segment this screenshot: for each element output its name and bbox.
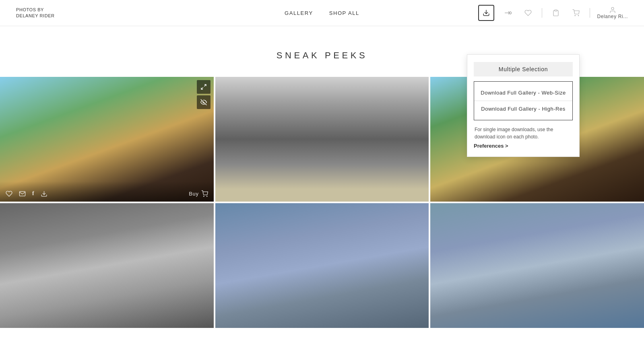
nav-gallery[interactable]: GALLERY xyxy=(285,10,313,16)
logo-line2: DELANEY RIDER xyxy=(16,13,55,18)
svg-rect-1 xyxy=(555,10,557,11)
svg-point-10 xyxy=(206,196,207,196)
svg-point-4 xyxy=(611,7,614,10)
mail-icon-1 xyxy=(19,190,26,197)
download-dropdown: Multiple Selection Download Full Gallery… xyxy=(467,54,580,157)
svg-point-2 xyxy=(575,15,576,16)
download-photo-icon-1[interactable] xyxy=(41,190,47,198)
heart-button[interactable] xyxy=(522,6,535,19)
share-button[interactable] xyxy=(502,6,514,19)
nav-shop-all[interactable]: SHOP ALL xyxy=(329,10,359,16)
download-web-button[interactable]: Download Full Gallery - Web-Size xyxy=(474,85,572,101)
clipboard-icon xyxy=(552,9,559,16)
download-icon xyxy=(483,9,490,16)
email-icon-1[interactable] xyxy=(19,190,26,198)
logo-line1: PHOTOS BY xyxy=(16,7,44,12)
user-area[interactable]: Delaney Ri... xyxy=(597,6,628,19)
main-nav: GALLERY SHOP ALL xyxy=(285,10,359,16)
photo-cell-6[interactable] xyxy=(430,203,644,328)
like-icon-1[interactable] xyxy=(6,190,12,198)
expand-icon xyxy=(200,84,207,90)
photo-bottom-bar-1: f Buy xyxy=(0,181,214,202)
photo-cell-4[interactable] xyxy=(0,203,214,328)
facebook-icon-1[interactable]: f xyxy=(32,190,34,197)
cart-icon xyxy=(572,9,580,16)
heart-icon xyxy=(524,9,532,16)
eye-off-icon xyxy=(200,99,207,105)
clipboard-button[interactable] xyxy=(549,6,562,19)
photo-cell-2[interactable] xyxy=(215,77,429,202)
heart-icon-1 xyxy=(6,190,12,197)
multiple-selection-button[interactable]: Multiple Selection xyxy=(474,62,573,76)
buy-label-1: Buy xyxy=(189,191,198,197)
photo-cell-1[interactable]: f Buy xyxy=(0,77,214,202)
download-info-text: For single image downloads, use the down… xyxy=(474,126,573,140)
site-logo: PHOTOS BY DELANEY RIDER xyxy=(16,7,55,19)
user-label: Delaney Ri... xyxy=(597,14,628,19)
svg-point-9 xyxy=(203,196,204,196)
hide-button-1[interactable] xyxy=(197,95,211,109)
header-divider-2 xyxy=(590,8,590,18)
cart-button[interactable] xyxy=(570,6,582,19)
main-content: SNEAK PEEKS xyxy=(0,26,644,328)
download-options-group: Download Full Gallery - Web-Size Downloa… xyxy=(474,81,573,120)
photo-cell-5[interactable] xyxy=(215,203,429,328)
expand-button-1[interactable] xyxy=(197,80,211,94)
download-highres-button[interactable]: Download Full Gallery - High-Res xyxy=(474,101,572,117)
svg-point-3 xyxy=(578,15,579,16)
header-icons: Delaney Ri... xyxy=(478,5,628,21)
dl-icon-1 xyxy=(41,190,47,197)
svg-line-5 xyxy=(204,84,206,87)
cart-icon-1 xyxy=(201,190,208,197)
share-icon xyxy=(504,9,512,16)
svg-line-6 xyxy=(201,87,203,89)
download-button[interactable] xyxy=(478,5,494,21)
site-header: PHOTOS BY DELANEY RIDER GALLERY SHOP ALL xyxy=(0,0,644,26)
photo-top-icons-1 xyxy=(197,80,211,109)
preferences-link[interactable]: Preferences > xyxy=(474,143,508,149)
buy-button-1[interactable]: Buy xyxy=(189,190,208,197)
header-divider xyxy=(542,8,542,18)
user-icon xyxy=(609,6,616,14)
